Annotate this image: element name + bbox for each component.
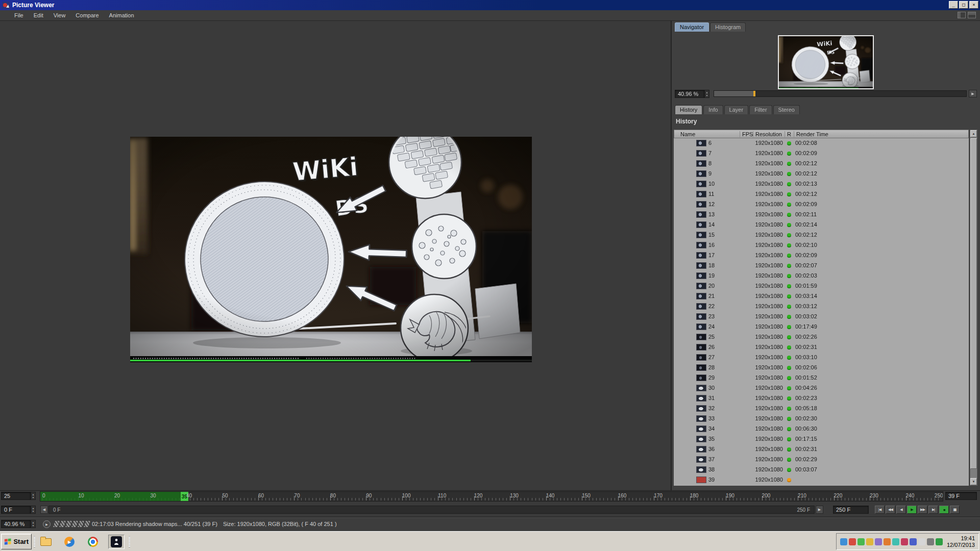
- menu-item-animation[interactable]: Animation: [104, 11, 139, 20]
- tray-icon-11[interactable]: [927, 538, 934, 545]
- history-row[interactable]: 151920x108000:02:12: [674, 230, 969, 240]
- range-scroll-left-icon[interactable]: ◀: [40, 506, 48, 514]
- history-row[interactable]: 251920x108000:02:26: [674, 332, 969, 342]
- current-frame-field[interactable]: 39 F: [945, 492, 977, 500]
- frame-range-bar[interactable]: 0 F 250 F: [48, 506, 815, 514]
- menu-item-compare[interactable]: Compare: [70, 11, 104, 20]
- tray-icon-3[interactable]: [857, 538, 865, 545]
- menu-item-file[interactable]: File: [9, 11, 29, 20]
- chrome-icon[interactable]: [85, 535, 101, 549]
- history-row[interactable]: 121920x108000:02:09: [674, 199, 969, 210]
- history-row[interactable]: 221920x108000:03:12: [674, 302, 969, 312]
- image-viewport[interactable]: [0, 21, 671, 490]
- minimize-button[interactable]: _: [949, 1, 958, 9]
- history-row[interactable]: 261920x108000:02:31: [674, 342, 969, 353]
- history-row[interactable]: 71920x108000:02:09: [674, 148, 969, 159]
- history-row[interactable]: 361920x108000:02:31: [674, 444, 969, 455]
- column-header-name[interactable]: Name: [680, 131, 695, 137]
- range-scroll-right-icon[interactable]: ▶: [816, 506, 823, 514]
- history-row[interactable]: 241920x108000:17:49: [674, 322, 969, 332]
- zoom-slider[interactable]: [714, 90, 967, 97]
- transport-fast-backward[interactable]: ◀◀: [886, 506, 895, 514]
- history-row[interactable]: 371920x108000:02:29: [674, 455, 969, 465]
- tray-icon-9[interactable]: [910, 538, 917, 545]
- tray-icon-6[interactable]: [884, 538, 891, 545]
- tray-icon-2[interactable]: [849, 538, 856, 545]
- title-bar[interactable]: Picture Viewer _□×: [0, 0, 980, 10]
- history-row[interactable]: 381920x108000:03:07: [674, 465, 969, 475]
- scrollbar-down-icon[interactable]: ▼: [970, 478, 977, 485]
- history-row[interactable]: 301920x108000:04:26: [674, 383, 969, 393]
- menu-item-view[interactable]: View: [48, 11, 71, 20]
- history-row[interactable]: 191920x108000:02:03: [674, 271, 969, 281]
- tab-histogram[interactable]: Histogram: [710, 22, 746, 32]
- zoom-stepper[interactable]: ▲▼: [704, 90, 709, 98]
- cinema4d-icon[interactable]: [108, 535, 125, 549]
- transport-pause[interactable]: ▮▮: [950, 506, 960, 514]
- navigator-thumbnail[interactable]: [778, 35, 874, 89]
- stepper-down-icon[interactable]: ▼: [32, 496, 35, 499]
- tab-layer[interactable]: Layer: [724, 105, 749, 114]
- column-header-r[interactable]: R: [785, 131, 791, 137]
- slider-next-button[interactable]: ▶: [969, 90, 977, 97]
- start-frame-field[interactable]: 0 F: [1, 506, 31, 514]
- tab-filter[interactable]: Filter: [749, 105, 772, 114]
- close-button[interactable]: ×: [969, 1, 978, 9]
- history-row[interactable]: 131920x108000:02:11: [674, 210, 969, 220]
- tray-icon-8[interactable]: [901, 538, 908, 545]
- transport-stop[interactable]: ■: [939, 506, 949, 514]
- tab-info[interactable]: Info: [703, 105, 723, 114]
- history-row[interactable]: 341920x108000:06:30: [674, 424, 969, 434]
- scrollbar-up-icon[interactable]: ▲: [970, 130, 977, 137]
- history-row[interactable]: 201920x108000:01:59: [674, 281, 969, 291]
- framerate-field[interactable]: 25: [1, 492, 31, 500]
- zoom-value-field[interactable]: 40.96 %: [675, 90, 704, 98]
- taskbar-separator[interactable]: [34, 536, 35, 547]
- tray-icon-5[interactable]: [875, 538, 882, 545]
- history-row[interactable]: 331920x108000:02:30: [674, 414, 969, 424]
- end-frame-field[interactable]: 250 F: [833, 506, 869, 514]
- history-row[interactable]: 281920x108000:02:06: [674, 363, 969, 373]
- tab-navigator[interactable]: Navigator: [675, 22, 709, 32]
- timeline-ruler[interactable]: 39 0102030405060708090100110120130140150…: [40, 491, 943, 502]
- transport-goto-end[interactable]: ▶|: [928, 506, 938, 514]
- history-row[interactable]: 171920x108000:02:09: [674, 251, 969, 261]
- tray-icon-10[interactable]: [918, 538, 925, 545]
- history-row[interactable]: 181920x108000:02:07: [674, 261, 969, 271]
- layout-stack-icon[interactable]: [968, 12, 976, 18]
- menu-item-edit[interactable]: Edit: [29, 11, 48, 20]
- maximize-button[interactable]: □: [959, 1, 968, 9]
- column-header-fps[interactable]: FPS: [740, 131, 753, 137]
- history-row[interactable]: 211920x108000:03:14: [674, 291, 969, 302]
- rendered-image[interactable]: [130, 137, 532, 362]
- framerate-stepper[interactable]: ▲▼: [31, 492, 36, 500]
- zoom-slider-marker[interactable]: [753, 91, 755, 96]
- history-row[interactable]: 61920x108000:02:08: [674, 138, 969, 148]
- history-row[interactable]: 81920x108000:02:12: [674, 159, 969, 169]
- scrollbar-thumb[interactable]: [970, 138, 977, 469]
- history-row[interactable]: 351920x108000:17:15: [674, 434, 969, 444]
- taskbar-clock[interactable]: 19:41 12/07/2013: [947, 535, 975, 548]
- history-row[interactable]: 91920x108000:02:12: [674, 169, 969, 179]
- column-header-render-time[interactable]: Render Time: [794, 131, 828, 137]
- stepper-down-icon[interactable]: ▼: [706, 94, 708, 97]
- tray-icon-1[interactable]: [840, 538, 847, 545]
- render-play-icon[interactable]: ▶: [43, 520, 51, 528]
- history-row[interactable]: 321920x108000:05:18: [674, 404, 969, 414]
- file-explorer-icon[interactable]: [38, 535, 54, 549]
- transport-play-forward[interactable]: ▶: [907, 506, 917, 514]
- history-row[interactable]: 391920x1080: [674, 475, 969, 485]
- stepper-down-icon[interactable]: ▼: [32, 510, 35, 513]
- statusbar-zoom-stepper[interactable]: ▲▼: [31, 520, 36, 528]
- history-row[interactable]: 291920x108000:01:52: [674, 373, 969, 383]
- start-button[interactable]: Start: [1, 534, 32, 549]
- column-header-resolution[interactable]: Resolution: [753, 131, 782, 137]
- history-scrollbar[interactable]: ▲ ▼: [970, 130, 977, 486]
- history-row[interactable]: 231920x108000:03:02: [674, 312, 969, 322]
- tab-stereo[interactable]: Stereo: [773, 105, 800, 114]
- statusbar-zoom-field[interactable]: 40.96 %: [1, 520, 31, 528]
- history-row[interactable]: 271920x108000:03:10: [674, 353, 969, 363]
- history-row[interactable]: 111920x108000:02:12: [674, 189, 969, 199]
- transport-goto-start[interactable]: |◀: [875, 506, 885, 514]
- tray-icon-4[interactable]: [866, 538, 873, 545]
